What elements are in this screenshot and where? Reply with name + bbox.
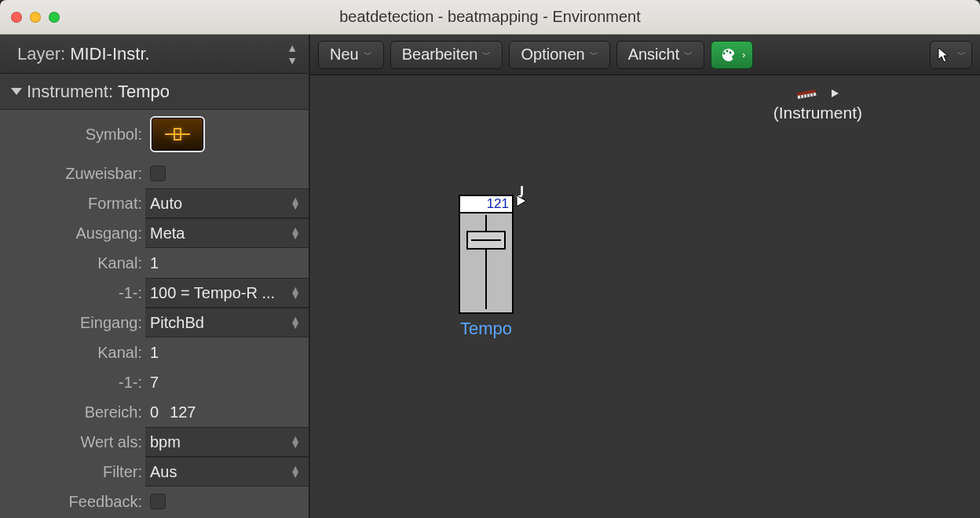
- svg-point-3: [726, 49, 729, 52]
- row-minus1-in[interactable]: -1-: 7: [0, 367, 309, 397]
- ausgang-label: Ausgang:: [0, 224, 145, 243]
- stepper-icon[interactable]: [290, 228, 301, 239]
- titlebar: beatdetection - beatmapping - Environmen…: [0, 0, 980, 35]
- edit-menu[interactable]: Bearbeiten﹀: [390, 41, 503, 69]
- row-filter[interactable]: Filter: Aus: [0, 457, 309, 487]
- fader-readout[interactable]: 121: [460, 196, 512, 213]
- view-menu[interactable]: Ansicht﹀: [616, 41, 705, 69]
- canvas-area: Neu﹀ Bearbeiten﹀ Optionen﹀ Ansicht﹀ › ﹀: [310, 35, 980, 518]
- midi-thru-button[interactable]: ›: [711, 41, 753, 69]
- instrument-label: (Instrument): [773, 104, 862, 122]
- row-bereich[interactable]: Bereich: 0 127: [0, 397, 309, 427]
- chevron-down-icon: ﹀: [590, 49, 598, 60]
- format-label: Format:: [0, 195, 145, 213]
- feedback-label: Feedback:: [0, 493, 145, 511]
- ausgang-value: Meta: [150, 224, 185, 243]
- options-label: Optionen: [521, 46, 584, 64]
- output-port-icon[interactable]: [516, 195, 527, 207]
- zuweisbar-label: Zuweisbar:: [0, 165, 145, 183]
- row-minus1-out[interactable]: -1-: 100 = Tempo-R ...: [0, 278, 309, 308]
- filter-value: Aus: [150, 463, 177, 481]
- disclosure-triangle-icon[interactable]: [11, 88, 22, 95]
- row-eingang[interactable]: Eingang: PitchBd: [0, 308, 309, 337]
- edit-label: Bearbeiten: [402, 46, 478, 64]
- zoom-window-button[interactable]: [49, 12, 60, 23]
- window-title: beatdetection - beatmapping - Environmen…: [0, 8, 980, 26]
- row-zuweisbar: Zuweisbar:: [0, 159, 309, 188]
- stepper-icon[interactable]: [290, 198, 301, 209]
- new-menu[interactable]: Neu﹀: [318, 41, 384, 69]
- minimize-window-button[interactable]: [30, 12, 41, 23]
- chevron-right-icon: ›: [742, 49, 745, 60]
- svg-point-4: [730, 51, 732, 53]
- bereich-min: 0: [150, 403, 159, 421]
- kanal-out-value: 1: [150, 254, 159, 272]
- row-ausgang[interactable]: Ausgang: Meta: [0, 218, 309, 248]
- palette-icon: [719, 47, 739, 63]
- stepper-icon[interactable]: [290, 317, 301, 328]
- eingang-label: Eingang:: [0, 314, 145, 332]
- kanal-in-value: 1: [150, 344, 159, 362]
- bereich-max: 127: [170, 403, 196, 421]
- row-kanal-out[interactable]: Kanal: 1: [0, 248, 309, 278]
- wertals-label: Wert als:: [0, 433, 145, 451]
- window-controls: [0, 12, 60, 23]
- fader-icon: [163, 124, 192, 144]
- stepper-icon[interactable]: [290, 466, 301, 477]
- layer-label: Layer:: [17, 44, 65, 64]
- fader-track[interactable]: [465, 215, 507, 309]
- options-menu[interactable]: Optionen﹀: [509, 41, 609, 69]
- view-label: Ansicht: [628, 46, 680, 64]
- chevron-down-icon: ﹀: [482, 49, 491, 60]
- kanal-out-label: Kanal:: [0, 254, 145, 272]
- layer-value: MIDI-Instr.: [70, 44, 149, 64]
- cursor-icon: [937, 47, 949, 63]
- chevron-down-icon: ▲▼: [287, 42, 298, 67]
- format-value: Auto: [150, 195, 182, 213]
- symbol-swatch[interactable]: [150, 116, 205, 152]
- kanal-in-label: Kanal:: [0, 344, 145, 362]
- toolbar: Neu﹀ Bearbeiten﹀ Optionen﹀ Ansicht﹀ › ﹀: [310, 35, 980, 75]
- zuweisbar-checkbox[interactable]: [150, 166, 166, 181]
- section-value: Tempo: [118, 82, 170, 102]
- row-wertals[interactable]: Wert als: bpm: [0, 427, 309, 457]
- eingang-value: PitchBd: [150, 314, 204, 332]
- inspector-panel: Layer: MIDI-Instr. ▲▼ Instrument: Tempo …: [0, 35, 310, 518]
- environment-canvas[interactable]: (Instrument) ╯ 121 Tempo: [310, 75, 980, 518]
- minus1-out-value: 100 = Tempo-R ...: [150, 284, 275, 302]
- stepper-icon[interactable]: [290, 287, 301, 298]
- chevron-down-icon: ﹀: [684, 49, 693, 60]
- filter-label: Filter:: [0, 463, 145, 481]
- keyboard-icon: [796, 86, 817, 100]
- row-symbol: Symbol:: [0, 110, 309, 159]
- row-format[interactable]: Format: Auto: [0, 188, 309, 218]
- row-feedback: Feedback:: [0, 487, 309, 516]
- instrument-object[interactable]: (Instrument): [773, 88, 862, 122]
- row-kanal-in[interactable]: Kanal: 1: [0, 337, 309, 367]
- close-window-button[interactable]: [11, 12, 22, 23]
- bereich-label: Bereich:: [0, 403, 145, 421]
- svg-point-2: [723, 52, 726, 54]
- output-port-icon[interactable]: [832, 89, 839, 97]
- fader-body[interactable]: 121: [459, 195, 514, 314]
- feedback-checkbox[interactable]: [150, 494, 166, 509]
- layer-selector[interactable]: Layer: MIDI-Instr. ▲▼: [0, 35, 309, 74]
- minus1-out-label: -1-:: [0, 284, 145, 302]
- minus1-in-label: -1-:: [0, 374, 145, 392]
- symbol-label: Symbol:: [0, 126, 145, 144]
- chevron-down-icon: ﹀: [957, 49, 966, 60]
- stepper-icon[interactable]: [290, 436, 301, 447]
- wertals-value: bpm: [150, 433, 181, 451]
- chevron-down-icon: ﹀: [364, 49, 372, 60]
- new-label: Neu: [330, 46, 359, 64]
- tempo-fader-object[interactable]: ╯ 121 Tempo: [456, 195, 516, 339]
- fader-label[interactable]: Tempo: [456, 319, 516, 339]
- pointer-tool[interactable]: ﹀: [930, 41, 972, 69]
- minus1-in-value: 7: [150, 374, 159, 392]
- section-label: Instrument:: [27, 82, 113, 102]
- section-header[interactable]: Instrument: Tempo: [0, 74, 309, 110]
- fader-thumb[interactable]: [466, 231, 506, 250]
